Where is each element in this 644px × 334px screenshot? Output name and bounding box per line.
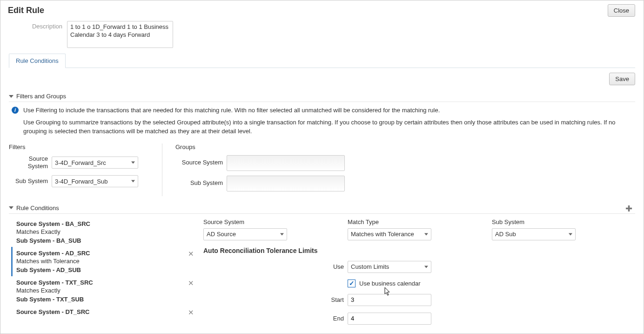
- groups-sub-system-label: Sub System: [175, 179, 227, 187]
- groups-source-system-input[interactable]: [227, 155, 345, 171]
- info-line-2: Use Grouping to summarize transactions b…: [23, 118, 632, 136]
- tab-rule-conditions[interactable]: Rule Conditions: [9, 54, 66, 68]
- rc-sub-system-label: Sub System: [492, 218, 576, 225]
- rc-match-type-field: Match Type Matches with Tolerance: [348, 218, 492, 240]
- filters-source-system-value: 3-4D_Forward_Src: [55, 159, 106, 166]
- rc-business-calendar-row: ✓ Use business calendar: [203, 279, 635, 287]
- info-text: Use Filtering to include the transaction…: [23, 106, 632, 139]
- info-row: i Use Filtering to include the transacti…: [9, 106, 635, 139]
- rc-sub-line: Sub System - TXT_SUB: [16, 296, 203, 303]
- description-row: Description 1 to 1 o 1D_Forward 1 to 1 B…: [9, 21, 635, 48]
- rc-src-line: Source System - DT_SRC: [16, 308, 203, 315]
- filters-sub-system-select[interactable]: 3-4D_Forward_Sub: [52, 175, 138, 187]
- filters-groups-header[interactable]: Filters and Groups: [9, 91, 635, 102]
- rule-condition-item[interactable]: ✕ Source System - AD_SRC Matches with To…: [11, 247, 203, 276]
- filters-source-system-select[interactable]: 3-4D_Forward_Src: [52, 157, 138, 169]
- filters-sub-system-label: Sub System: [9, 177, 52, 185]
- tolerance-limits-title: Auto Reconciliation Tolerance Limits: [203, 247, 635, 254]
- groups-source-system-label: Source System: [175, 159, 227, 167]
- chevron-down-icon: [280, 233, 284, 235]
- filters-column: Filters Source System 3-4D_Forward_Src S…: [9, 143, 162, 196]
- rc-match-line: Matches Exactly: [16, 287, 203, 294]
- chevron-down-icon: [424, 233, 428, 235]
- save-button[interactable]: Save: [609, 73, 635, 85]
- rc-source-system-label: Source System: [203, 218, 348, 225]
- modal-header: Edit Rule Close: [0, 0, 644, 17]
- groups-source-system-row: Source System: [175, 155, 635, 171]
- chevron-down-icon: [569, 233, 572, 235]
- rc-match-line: Matches Exactly: [16, 228, 203, 235]
- rule-condition-item[interactable]: Source System - BA_SRC Matches Exactly S…: [16, 218, 203, 247]
- groups-sub-system-input[interactable]: [227, 176, 345, 191]
- remove-rule-condition-button[interactable]: ✕: [188, 279, 194, 287]
- rc-end-input[interactable]: [348, 313, 431, 325]
- filters-source-system-row: Source System 3-4D_Forward_Src: [9, 155, 156, 171]
- chevron-down-icon: [424, 266, 428, 268]
- description-textarea[interactable]: 1 to 1 o 1D_Forward 1 to 1 Business Cale…: [67, 21, 173, 48]
- rc-use-select[interactable]: Custom Limits: [348, 261, 431, 273]
- rule-condition-detail: Source System AD Source Match Type Match…: [203, 218, 635, 331]
- edit-rule-modal: Edit Rule Close Description 1 to 1 o 1D_…: [0, 0, 644, 334]
- description-label: Description: [9, 21, 67, 30]
- chevron-down-icon: [131, 162, 135, 164]
- filters-sub-system-row: Sub System 3-4D_Forward_Sub: [9, 175, 156, 187]
- caret-down-icon: [9, 206, 13, 209]
- rc-match-line: Matches with Tolerance: [16, 258, 203, 265]
- groups-column: Groups Source System Sub System: [162, 143, 635, 196]
- groups-title: Groups: [175, 143, 635, 150]
- remove-rule-condition-button[interactable]: ✕: [188, 250, 194, 258]
- rule-conditions-header[interactable]: Rule Conditions ✚: [9, 203, 635, 214]
- rc-source-system-value: AD Source: [207, 231, 236, 238]
- use-business-calendar-checkbox[interactable]: ✓: [348, 279, 356, 287]
- rc-match-type-value: Matches with Tolerance: [351, 231, 414, 238]
- rc-sub-line: Sub System - AD_SUB: [16, 266, 203, 273]
- caret-down-icon: [9, 95, 13, 98]
- groups-sub-system-row: Sub System: [175, 176, 635, 191]
- rc-use-value: Custom Limits: [351, 263, 389, 270]
- rc-src-line: Source System - TXT_SRC: [16, 279, 203, 286]
- rc-use-label: Use: [203, 263, 348, 270]
- rc-match-type-select[interactable]: Matches with Tolerance: [348, 228, 431, 240]
- save-row: Save: [9, 73, 635, 85]
- rc-end-row: End: [203, 313, 635, 325]
- tabs: Rule Conditions: [9, 54, 635, 68]
- filters-groups-title: Filters and Groups: [16, 93, 66, 100]
- rc-sub-system-field: Sub System AD Sub: [492, 218, 576, 240]
- rc-use-row: Use Custom Limits: [203, 261, 635, 273]
- filters-title: Filters: [9, 143, 156, 150]
- rc-src-line: Source System - BA_SRC: [16, 220, 203, 227]
- rc-sub-system-value: AD Sub: [495, 231, 516, 238]
- use-business-calendar-label: Use business calendar: [359, 280, 421, 287]
- modal-title: Edit Rule: [8, 6, 44, 15]
- rc-sub-system-select[interactable]: AD Sub: [492, 228, 576, 240]
- filters-sub-system-value: 3-4D_Forward_Sub: [55, 178, 107, 185]
- modal-body-scroll[interactable]: Description 1 to 1 o 1D_Forward 1 to 1 B…: [1, 19, 643, 333]
- remove-rule-condition-button[interactable]: ✕: [188, 308, 194, 317]
- rc-detail-row1: Source System AD Source Match Type Match…: [203, 218, 635, 240]
- filters-groups-body: Filters Source System 3-4D_Forward_Src S…: [9, 143, 635, 196]
- rc-src-line: Source System - AD_SRC: [16, 250, 203, 257]
- rc-source-system-field: Source System AD Source: [203, 218, 348, 240]
- rc-source-system-select[interactable]: AD Source: [203, 228, 287, 240]
- rc-start-input[interactable]: [348, 294, 431, 306]
- rc-start-label: Start: [203, 296, 348, 303]
- rule-conditions-title: Rule Conditions: [16, 204, 59, 211]
- rule-conditions-body: Source System - BA_SRC Matches Exactly S…: [9, 218, 635, 331]
- filters-source-system-label: Source System: [9, 155, 52, 171]
- rc-end-label: End: [203, 315, 348, 322]
- close-button[interactable]: Close: [608, 4, 635, 17]
- rc-start-row: Start: [203, 294, 635, 306]
- add-rule-condition-button[interactable]: ✚: [625, 204, 632, 214]
- checkmark-icon: ✓: [349, 279, 355, 287]
- rc-match-type-label: Match Type: [348, 218, 492, 225]
- rule-condition-item[interactable]: ✕ Source System - TXT_SRC Matches Exactl…: [16, 276, 203, 306]
- rule-conditions-list: Source System - BA_SRC Matches Exactly S…: [9, 218, 203, 331]
- info-icon: i: [12, 107, 19, 114]
- info-line-1: Use Filtering to include the transaction…: [23, 106, 632, 115]
- rule-condition-item[interactable]: ✕ Source System - DT_SRC: [16, 306, 203, 319]
- rc-sub-line: Sub System - BA_SUB: [16, 237, 203, 244]
- chevron-down-icon: [131, 180, 135, 183]
